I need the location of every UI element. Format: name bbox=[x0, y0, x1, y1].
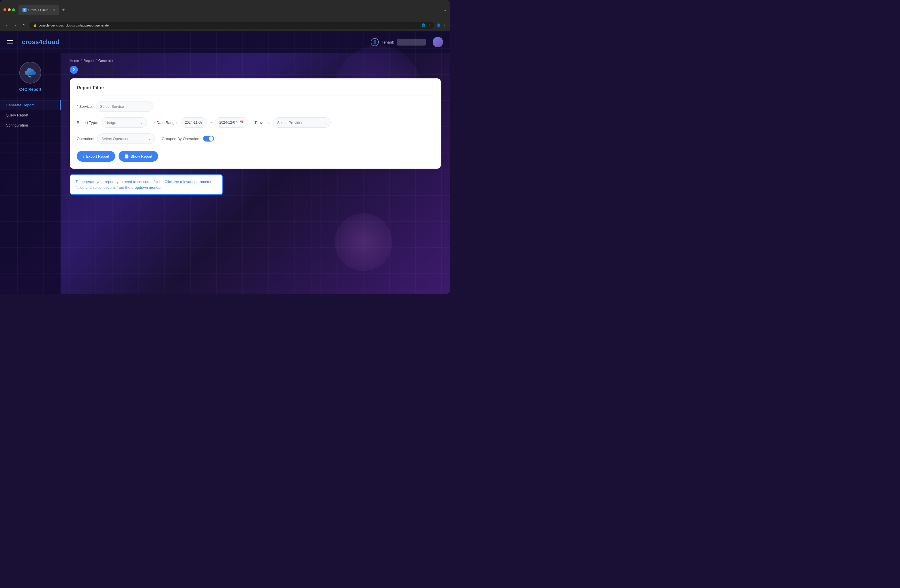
minimize-dot[interactable] bbox=[8, 8, 11, 11]
date-range-field: * Date Range: 2024-11-07 → 2024-12-07 bbox=[154, 117, 248, 128]
date-start-input[interactable]: 2024-11-07 bbox=[181, 117, 207, 128]
breadcrumb: Home / Report / Generate bbox=[70, 59, 441, 63]
show-report-button[interactable]: 📄 Show Report bbox=[119, 151, 158, 162]
sidebar-item-query-report[interactable]: Query Report ⌄ bbox=[0, 110, 61, 120]
url-text: console.dev.cross4cloud.com/app/report/g… bbox=[39, 24, 109, 27]
tenant-section: 👤 Tenant: bbox=[371, 38, 426, 46]
breadcrumb-sep-1: / bbox=[81, 59, 82, 63]
browser-window: 4 Cross 4 Cloud ✕ + ⌄ ‹ › ↻ 🔒 console.de… bbox=[0, 0, 450, 294]
tab-bar: 4 Cross 4 Cloud ✕ + bbox=[19, 0, 441, 20]
chevron-down-icon: ⌄ bbox=[53, 114, 55, 117]
date-end-value: 2024-12-07 bbox=[219, 121, 237, 125]
service-placeholder: Select Service bbox=[100, 104, 124, 109]
filter-row-operation: Operation: Select Operation ⌄ Grouped By… bbox=[77, 133, 434, 144]
upload-icon: ↑ bbox=[82, 154, 85, 159]
show-btn-label: Show Report bbox=[131, 154, 152, 159]
address-bar-row: ‹ › ↻ 🔒 console.dev.cross4cloud.com/app/… bbox=[0, 20, 450, 31]
filter-actions: ↑ Export Report 📄 Show Report bbox=[77, 151, 434, 162]
close-dot[interactable] bbox=[3, 8, 6, 11]
service-label: * Service: bbox=[77, 104, 93, 109]
grouped-toggle-container bbox=[203, 136, 214, 142]
page-header: 2 Generate Report bbox=[70, 66, 441, 74]
page-title: Generate Report bbox=[81, 67, 127, 73]
doc-icon: 📄 bbox=[124, 154, 129, 159]
browser-actions: 👤 ⋮ bbox=[436, 23, 447, 27]
browser-chrome: 4 Cross 4 Cloud ✕ + ⌄ bbox=[0, 0, 450, 20]
browser-tab[interactable]: 4 Cross 4 Cloud ✕ bbox=[19, 5, 59, 15]
chevron-down-icon: ⌄ bbox=[147, 105, 149, 108]
sidebar-item-label: Configuration bbox=[6, 123, 28, 127]
export-btn-label: Export Report bbox=[86, 154, 109, 159]
bookmark-icon[interactable]: ☆ bbox=[428, 23, 431, 27]
menu-icon[interactable]: ⋮ bbox=[443, 23, 447, 27]
nav-back-button[interactable]: ‹ bbox=[3, 22, 10, 29]
provider-dropdown[interactable]: Select Provider ⌄ bbox=[273, 117, 331, 128]
required-star-2: * bbox=[154, 121, 157, 125]
browser-expand-icon: ⌄ bbox=[444, 8, 447, 12]
extensions-icon[interactable]: 👤 bbox=[436, 23, 441, 27]
info-box: To generate your report, you need to set… bbox=[70, 174, 223, 195]
nav-forward-button[interactable]: › bbox=[12, 22, 19, 29]
calendar-icon: 📅 bbox=[239, 121, 244, 125]
report-type-dropdown[interactable]: Usage ⌄ bbox=[101, 117, 147, 128]
export-report-button[interactable]: ↑ Export Report bbox=[77, 151, 115, 162]
tab-title: Cross 4 Cloud bbox=[28, 8, 48, 12]
chevron-down-icon: ⌄ bbox=[140, 121, 143, 124]
chevron-down-icon: ⌄ bbox=[148, 137, 151, 140]
sidebar-divider-1 bbox=[0, 99, 61, 99]
breadcrumb-home[interactable]: Home bbox=[70, 59, 79, 63]
nav-refresh-button[interactable]: ↻ bbox=[21, 22, 27, 29]
filter-row-service: * Service: Select Service ⌄ bbox=[77, 101, 434, 111]
info-box-text: To generate your report, you need to set… bbox=[76, 179, 217, 190]
step-badge: 2 bbox=[70, 66, 78, 74]
grouped-by-field: Grouped By Operation: bbox=[162, 136, 214, 142]
breadcrumb-report[interactable]: Report bbox=[83, 59, 94, 63]
operation-label: Operation: bbox=[77, 137, 94, 141]
report-type-field: Report Type: Usage ⌄ bbox=[77, 117, 147, 128]
toggle-knob bbox=[209, 136, 213, 141]
tab-close-button[interactable]: ✕ bbox=[53, 8, 55, 12]
page-content: Home / Report / Generate 2 Generate Repo… bbox=[61, 53, 450, 294]
report-type-value: Usage bbox=[105, 121, 116, 125]
sidebar-cloud-icon bbox=[23, 67, 37, 78]
main-layout: C4C Report Generate Report Query Report … bbox=[0, 53, 450, 294]
provider-label: Provider: bbox=[255, 121, 270, 125]
tenant-label: Tenant: bbox=[382, 40, 394, 44]
grouped-by-toggle[interactable] bbox=[203, 136, 214, 142]
grouped-by-label: Grouped By Operation: bbox=[162, 137, 200, 141]
sidebar-logo-circle bbox=[19, 62, 41, 84]
breadcrumb-sep-2: / bbox=[95, 59, 96, 63]
content-wrapper: Home / Report / Generate 2 Generate Repo… bbox=[70, 59, 441, 195]
new-tab-button[interactable]: + bbox=[60, 6, 67, 13]
date-range-inputs: 2024-11-07 → 2024-12-07 📅 bbox=[181, 117, 248, 128]
date-end-input[interactable]: 2024-12-07 📅 bbox=[215, 117, 248, 128]
operation-placeholder: Select Operation bbox=[102, 137, 130, 141]
filter-card: Report Filter * Service: Select Service … bbox=[70, 78, 441, 169]
tenant-icon: 👤 bbox=[371, 38, 379, 46]
browser-dots bbox=[3, 8, 15, 11]
date-range-label: * Date Range: bbox=[154, 121, 178, 125]
logo-text: cross4cloud bbox=[22, 38, 59, 46]
service-field: * Service: Select Service ⌄ bbox=[77, 101, 154, 111]
tab-favicon: 4 bbox=[23, 8, 26, 12]
chevron-down-icon: ⌄ bbox=[324, 121, 326, 124]
operation-field: Operation: Select Operation ⌄ bbox=[77, 133, 155, 144]
app-container: cross4cloud 👤 Tenant: bbox=[0, 31, 450, 294]
app-logo: cross4cloud bbox=[22, 38, 59, 46]
sidebar-item-generate-report[interactable]: Generate Report bbox=[0, 100, 61, 110]
sidebar-title: C4C Report bbox=[19, 87, 41, 92]
service-dropdown[interactable]: Select Service ⌄ bbox=[96, 101, 154, 111]
sidebar-item-configuration[interactable]: Configuration bbox=[0, 120, 61, 130]
translate-icon[interactable]: 🌐 bbox=[421, 23, 425, 27]
tenant-value[interactable] bbox=[397, 39, 426, 46]
hamburger-menu-button[interactable] bbox=[7, 40, 13, 44]
sidebar-logo-area: C4C Report bbox=[0, 59, 61, 97]
operation-dropdown[interactable]: Select Operation ⌄ bbox=[97, 133, 155, 144]
user-avatar[interactable] bbox=[433, 37, 443, 47]
breadcrumb-generate: Generate bbox=[98, 59, 113, 63]
provider-field: Provider: Select Provider ⌄ bbox=[255, 117, 331, 128]
filter-row-type-date-provider: Report Type: Usage ⌄ * Date Range: bbox=[77, 117, 434, 128]
address-bar[interactable]: 🔒 console.dev.cross4cloud.com/app/report… bbox=[29, 22, 434, 29]
report-type-label: Report Type: bbox=[77, 121, 98, 125]
maximize-dot[interactable] bbox=[12, 8, 15, 11]
